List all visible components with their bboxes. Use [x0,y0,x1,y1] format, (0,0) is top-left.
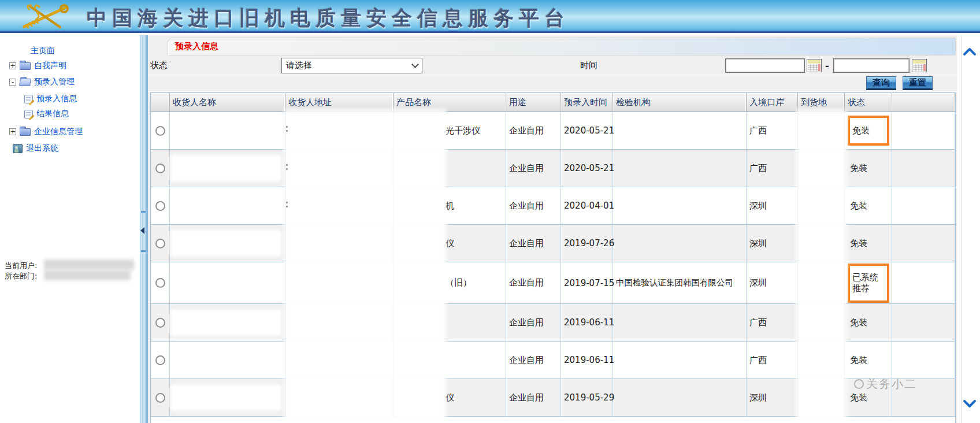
folder-open-icon [19,79,31,86]
calendar-icon[interactable] [807,59,822,72]
sidebar-item-result-info[interactable]: 结果信息 [24,109,69,119]
column-header: 检验机构 [613,93,747,112]
preentry-date-cell: 2019-07-15 [561,262,613,304]
column-header: 状态 [845,93,892,112]
table-body: 光干涉仪 企业自用 2020-05-21 广西 免装 企业自用 2020-05-… [151,112,955,423]
expand-minus-icon[interactable]: - [9,79,16,86]
calendar-icon[interactable] [912,59,927,72]
date-range-separator: - [825,60,829,71]
status-cell: 已系统推荐 [845,262,892,304]
inspection-agency-cell [613,150,747,187]
column-header-filler [892,93,955,112]
sidebar-item-preentry-management[interactable]: - 预录入管理 [9,77,75,87]
reset-button[interactable]: 重置 [903,76,933,90]
inspection-agency-cell [613,112,747,150]
row-select-radio[interactable] [155,239,165,248]
folder-closed-icon [20,128,31,136]
row-select-radio[interactable] [155,355,165,365]
inspection-agency-cell: 中国检验认证集团韩国有限公司 [613,262,747,304]
use-cell: 企业自用 [506,379,561,417]
status-cell: 免装 [845,225,892,262]
row-select-radio[interactable] [155,393,165,403]
document-edit-icon [24,95,33,103]
expand-plus-icon[interactable]: + [9,62,16,69]
column-header: 收货人地址 [285,93,394,112]
redacted-consignee-name [172,194,280,217]
sidebar-item-preentry-info[interactable]: 预录入信息 [24,94,77,104]
scrollbar[interactable] [957,35,980,423]
sidebar: 主页面 + 自我声明 - 预录入管理 预录入信息 结果信息 + 企业信息管理 退… [0,35,140,423]
row-select-radio[interactable] [155,278,165,288]
sidebar-splitter[interactable] [140,35,147,423]
sidebar-item-logout[interactable]: 退出系统 [13,143,58,154]
time-filter-label: 时间 [580,60,597,71]
consignee-name-cell [170,342,285,379]
row-select-radio[interactable] [155,126,165,136]
exit-system-icon [13,144,23,153]
preentry-date-cell: 2020-05-21 [561,150,613,187]
redacted-consignee-name [172,386,280,409]
date-to-input[interactable] [833,58,910,73]
consignee-name-cell [170,225,285,262]
inspection-agency-cell [613,379,747,417]
scrollbar-track [961,35,962,423]
inspection-agency-cell [613,187,747,225]
preentry-date-cell: 2019-06-11 [561,342,613,379]
document-edit-icon [24,110,33,118]
status-badge: 免装 [848,116,889,146]
consignee-name-cell [170,112,285,150]
use-cell: 企业自用 [506,342,561,379]
results-table: 收货人名称收货人地址产品名称用途预录入时间检验机构入境口岸到货地状态 光干涉仪 … [150,92,956,423]
entry-port-cell: 深圳 [747,262,798,304]
status-cell: 免装 [845,342,892,379]
redacted-consignee-name [172,232,280,255]
use-cell: 企业自用 [506,225,561,262]
sidebar-item-self-declaration[interactable]: + 自我声明 [9,61,66,71]
column-header: 产品名称 [394,93,506,112]
column-header: 用途 [506,93,561,112]
chevron-down-icon [411,61,419,68]
consignee-name-cell [170,150,285,187]
main-content: 预录入信息 状态 请选择 时间 - 查询 重置 收货人名称收货人地址产品名称用途… [147,35,957,423]
redacted-arrival-column [799,112,844,423]
inspection-agency-cell [613,304,747,342]
redacted-address-column [287,112,391,423]
redacted-consignee-name [172,311,280,334]
button-row: 查询 重置 [148,76,957,92]
query-button[interactable]: 查询 [866,76,896,90]
status-badge: 免装 [848,354,889,367]
sidebar-item-home[interactable]: 主页面 [31,46,55,56]
current-user-label: 当前用户: [5,261,37,271]
collapse-sidebar-arrow-icon[interactable] [140,227,144,234]
column-header: 预录入时间 [561,93,613,112]
status-cell: 免装 [845,304,892,342]
department-redacted-value [44,270,131,280]
preentry-date-cell: 2020-04-01 [561,187,613,225]
status-filter-label: 状态 [150,60,168,71]
redacted-product-column [395,112,443,423]
status-select[interactable]: 请选择 [281,58,422,73]
sidebar-item-enterprise-info[interactable]: + 企业信息管理 [9,127,83,137]
date-from-input[interactable] [725,58,805,73]
entry-port-cell: 深圳 [747,225,798,262]
consignee-name-cell [170,304,285,342]
panel-title-bar: 预录入信息 [168,38,956,55]
row-select-radio[interactable] [155,318,165,328]
row-select-radio[interactable] [155,201,165,211]
status-cell: 免装 [845,112,892,150]
scroll-down-icon[interactable] [963,399,977,409]
preentry-date-cell: 2019-07-26 [561,225,613,262]
splitter-tick [141,250,146,252]
entry-port-cell: 广西 [747,150,798,187]
entry-port-cell: 深圳 [747,187,798,225]
preentry-date-cell: 2019-05-29 [561,379,613,417]
row-select-radio[interactable] [155,164,165,173]
consignee-name-cell [170,379,285,417]
expand-plus-icon[interactable]: + [9,128,16,135]
redaction-artifact [286,202,288,207]
entry-port-cell: 广西 [747,112,798,150]
preentry-date-cell: 2019-06-11 [561,304,613,342]
scroll-up-icon[interactable] [963,47,977,56]
inspection-agency-cell [613,225,747,262]
app-header: 中国海关进口旧机电质量安全信息服务平台 [0,0,980,33]
